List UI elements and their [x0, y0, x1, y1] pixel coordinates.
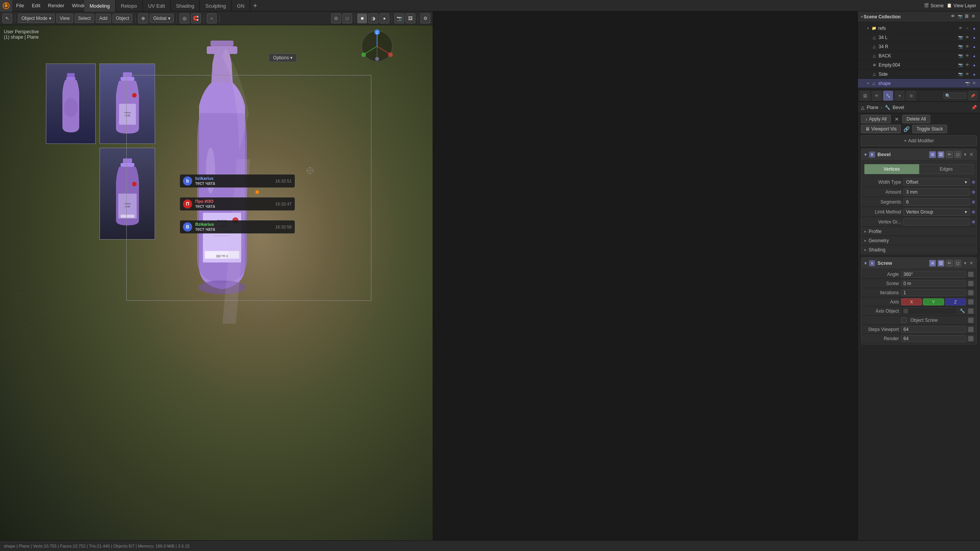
viewport-vis-icon-r[interactable]: 👁: [965, 44, 970, 49]
material-view-icon[interactable]: ◑: [368, 13, 378, 23]
bevel-shading-toggle[interactable]: ▸ Shading: [861, 245, 977, 254]
screw-axis-object-dot[interactable]: ·: [968, 308, 973, 314]
scene-item-side[interactable]: △ Side 📷 👁 ▲: [858, 70, 980, 79]
viewport-vis-btn[interactable]: 🖥 Viewport Vis: [861, 125, 901, 133]
bevel-limit-dot[interactable]: [972, 210, 975, 214]
exclude-icon[interactable]: ○: [965, 26, 970, 31]
viewport-3d[interactable]: User Perspective (1) shape | Plane meica: [0, 25, 433, 551]
menu-file[interactable]: File: [12, 0, 28, 11]
scene-camera-icon[interactable]: 📷: [958, 14, 963, 20]
view-menu-btn[interactable]: View: [56, 14, 73, 23]
screw-iterations-value[interactable]: 1: [901, 289, 966, 296]
obj-props-vis-icon[interactable]: 👁: [872, 91, 882, 101]
bevel-amount-dot[interactable]: [972, 191, 975, 194]
bevel-close-icon[interactable]: ✕: [969, 152, 973, 157]
screw-object-screw-checkbox[interactable]: [901, 318, 906, 323]
bevel-vertices-tab[interactable]: Vertices: [864, 164, 919, 174]
obj-props-mod-icon[interactable]: 🔧: [883, 91, 893, 101]
bevel-collapse-icon[interactable]: ▾: [864, 152, 867, 157]
vp-vis-empty[interactable]: 👁: [965, 62, 970, 68]
xray-icon[interactable]: □: [342, 13, 352, 23]
scene-item-back[interactable]: △ BACK 📷 👁 ▲: [858, 51, 980, 60]
overlay-icon[interactable]: ⊙: [331, 13, 341, 23]
scene-render-icon[interactable]: 🖼: [965, 14, 970, 20]
bevel-width-type-dot[interactable]: [972, 181, 975, 184]
scene-item-empty004[interactable]: ⊕ Empty.004 📷 👁 ▲: [858, 60, 980, 70]
delete-all-btn[interactable]: Delete All: [902, 115, 930, 123]
vp-vis-back[interactable]: 👁: [965, 53, 970, 59]
bevel-segments-value[interactable]: 6: [903, 198, 970, 206]
screw-steps-viewport-value[interactable]: 64: [901, 326, 966, 333]
screw-edit-icon[interactable]: ✏: [946, 260, 953, 267]
screw-axis-z[interactable]: Z: [945, 298, 966, 305]
bevel-expand-icon[interactable]: ▾: [964, 152, 967, 157]
obj-props-physics-icon[interactable]: ⚙: [906, 91, 916, 101]
bevel-limit-method-value[interactable]: Vertex Group ▾: [903, 208, 970, 216]
screw-iterations-dot[interactable]: ·: [968, 290, 973, 295]
bevel-render-icon[interactable]: 🖼: [938, 151, 944, 158]
render-vis-icon-r[interactable]: 📷: [958, 44, 963, 49]
vp-vis-side[interactable]: 👁: [965, 72, 970, 77]
editor-type-icon[interactable]: ⚙: [420, 13, 430, 23]
screw-object-screw-dot[interactable]: ·: [968, 318, 973, 323]
object-menu-btn[interactable]: Object: [113, 14, 133, 23]
menu-edit[interactable]: Edit: [28, 0, 44, 11]
object-mode-btn[interactable]: Object Mode ▾: [18, 14, 55, 23]
render-icon[interactable]: 🖼: [405, 13, 415, 23]
vp-vis-shape[interactable]: 👁: [972, 81, 977, 86]
bevel-geometry-toggle[interactable]: ▸ Geometry: [861, 236, 977, 245]
screw-axis-x[interactable]: X: [901, 298, 922, 305]
proportional-icon[interactable]: ○: [207, 13, 217, 23]
bevel-vertex-group-value[interactable]: [903, 218, 970, 226]
bevel-cage-icon[interactable]: ◻: [954, 151, 961, 158]
screw-screw-dot[interactable]: ·: [968, 281, 973, 286]
tab-retopo[interactable]: Retopo: [116, 0, 143, 11]
tab-sculpting[interactable]: Sculpting: [200, 0, 231, 11]
scene-camera-icon[interactable]: 📷: [394, 13, 404, 23]
bevel-amount-value[interactable]: 3 mm: [903, 188, 970, 196]
screw-screw-value[interactable]: 0 m: [901, 280, 966, 287]
scene-eye-icon[interactable]: 👁: [951, 14, 956, 20]
scene-item-34l[interactable]: △ 34 L 📷 👁 ▲: [858, 33, 980, 42]
rendered-view-icon[interactable]: ●: [379, 13, 389, 23]
screw-axis-object-value[interactable]: [901, 308, 957, 315]
pivot-icon[interactable]: ◎: [180, 13, 189, 23]
viewport-vis-icon[interactable]: 👁: [965, 35, 970, 40]
screw-cage-icon[interactable]: ◻: [954, 260, 961, 267]
apply-all-close-icon[interactable]: ✕: [893, 116, 900, 122]
bevel-width-type-value[interactable]: Offset ▾: [903, 178, 970, 186]
scene-selector[interactable]: 🎬 Scene: [924, 3, 944, 8]
screw-render-dot[interactable]: ·: [968, 336, 973, 341]
scene-item-34r[interactable]: △ 34 R 📷 👁 ▲: [858, 42, 980, 51]
render-vis-icon[interactable]: 📷: [958, 35, 963, 40]
tool-select-icon[interactable]: ↖: [2, 13, 12, 23]
obj-search-input[interactable]: [943, 93, 966, 99]
render-vis-shape[interactable]: 📷: [965, 81, 970, 86]
tab-gn[interactable]: GN: [232, 0, 250, 11]
screw-angle-value[interactable]: 360°: [901, 271, 966, 278]
view-layer-selector[interactable]: 📋 View Layer: [947, 3, 976, 8]
screw-expand-icon[interactable]: ▾: [964, 260, 967, 266]
bevel-edit-icon[interactable]: ✏: [946, 151, 953, 158]
scene-item-shape[interactable]: ▾ △ shape 📷 👁: [858, 79, 980, 88]
add-menu-btn[interactable]: Add: [96, 14, 111, 23]
scene-filter-icon[interactable]: ⚙: [972, 14, 977, 20]
toggle-stack-btn[interactable]: Toggle Stack: [912, 125, 947, 133]
render-vis-side[interactable]: 📷: [958, 72, 963, 77]
navigation-gizmo[interactable]: Z: [360, 29, 394, 64]
obj-pin-icon[interactable]: 📌: [968, 91, 978, 101]
transform-orient-btn[interactable]: Global ▾: [150, 14, 174, 23]
tab-modeling[interactable]: Modeling: [84, 0, 116, 11]
tab-shading[interactable]: Shading: [171, 0, 200, 11]
snap-icon[interactable]: 🧲: [191, 13, 201, 23]
options-button[interactable]: Options ▾: [269, 54, 297, 62]
bevel-segments-dot[interactable]: [972, 201, 975, 204]
render-vis-empty[interactable]: 📷: [958, 62, 963, 68]
screw-collapse-icon[interactable]: ▾: [864, 261, 867, 266]
bevel-realtime-icon[interactable]: 🖥: [929, 151, 936, 158]
scene-item-refs[interactable]: ▾ 📁 refs 👁 ○ ▲: [858, 24, 980, 33]
bevel-edges-tab[interactable]: Edges: [919, 164, 974, 174]
render-vis-back[interactable]: 📷: [958, 53, 963, 59]
bevel-vg-dot[interactable]: [972, 220, 975, 223]
add-workspace-btn[interactable]: +: [250, 1, 260, 11]
